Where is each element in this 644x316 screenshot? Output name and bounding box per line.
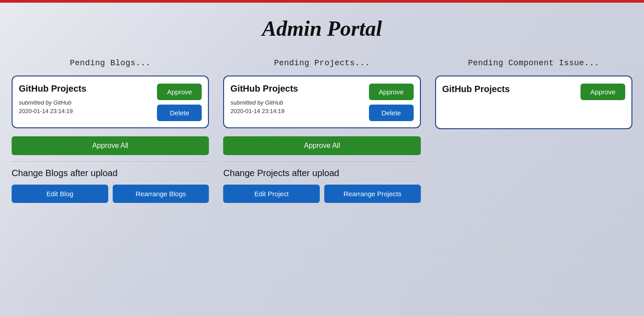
- card-title-component: GitHub Projects: [442, 84, 575, 94]
- column-header-projects: Pending Projects...: [274, 59, 370, 67]
- change-section-title-blogs: Change Blogs after upload: [12, 168, 209, 178]
- divider-blogs: [12, 161, 209, 162]
- rearrange-blogs-button[interactable]: Rearrange Blogs: [113, 185, 209, 203]
- column-component: Pending Component Issue... GitHub Projec…: [428, 54, 640, 212]
- card-buttons-blogs: Approve Delete: [157, 84, 202, 121]
- change-buttons-blogs: Edit Blog Rearrange Blogs: [12, 185, 209, 203]
- card-inner-component: GitHub Projects Approve: [442, 84, 625, 100]
- card-submitted-projects: submitted by GitHub: [230, 99, 363, 106]
- approve-all-blogs-button[interactable]: Approve All: [12, 136, 209, 155]
- card-info-projects: GitHub Projects submitted by GitHub 2020…: [230, 84, 363, 114]
- pending-card-blogs: GitHub Projects submitted by GitHub 2020…: [12, 76, 209, 128]
- approve-blog-button[interactable]: Approve: [157, 84, 202, 100]
- card-date-blogs: 2020-01-14 23:14:19: [19, 108, 152, 114]
- card-title-blogs: GitHub Projects: [19, 84, 152, 94]
- pending-card-projects: GitHub Projects submitted by GitHub 2020…: [223, 76, 420, 128]
- card-title-projects: GitHub Projects: [230, 84, 363, 94]
- delete-project-button[interactable]: Delete: [369, 105, 414, 121]
- column-header-component: Pending Component Issue...: [468, 59, 599, 67]
- columns-container: Pending Blogs... GitHub Projects submitt…: [0, 54, 644, 212]
- column-projects: Pending Projects... GitHub Projects subm…: [216, 54, 428, 212]
- pending-card-component: GitHub Projects Approve: [435, 76, 632, 129]
- approve-component-button[interactable]: Approve: [580, 84, 625, 100]
- column-blogs: Pending Blogs... GitHub Projects submitt…: [4, 54, 216, 212]
- delete-blog-button[interactable]: Delete: [157, 105, 202, 121]
- edit-blog-button[interactable]: Edit Blog: [12, 185, 108, 203]
- card-info-component: GitHub Projects: [442, 84, 575, 100]
- card-submitted-blogs: submitted by GitHub: [19, 99, 152, 106]
- edit-project-button[interactable]: Edit Project: [223, 185, 320, 203]
- change-section-title-projects: Change Projects after upload: [223, 168, 420, 178]
- page-title: Admin Portal: [0, 3, 644, 54]
- approve-project-button[interactable]: Approve: [369, 84, 414, 100]
- approve-all-projects-button[interactable]: Approve All: [223, 136, 420, 155]
- card-inner-projects: GitHub Projects submitted by GitHub 2020…: [230, 84, 413, 121]
- column-header-blogs: Pending Blogs...: [70, 59, 151, 67]
- card-info-blogs: GitHub Projects submitted by GitHub 2020…: [19, 84, 152, 114]
- rearrange-projects-button[interactable]: Rearrange Projects: [324, 185, 421, 203]
- card-buttons-projects: Approve Delete: [369, 84, 414, 121]
- divider-projects: [223, 161, 420, 162]
- card-date-projects: 2020-01-14 23:14:19: [230, 108, 363, 114]
- change-buttons-projects: Edit Project Rearrange Projects: [223, 185, 420, 203]
- card-inner-blogs: GitHub Projects submitted by GitHub 2020…: [19, 84, 202, 121]
- card-buttons-component: Approve: [580, 84, 625, 100]
